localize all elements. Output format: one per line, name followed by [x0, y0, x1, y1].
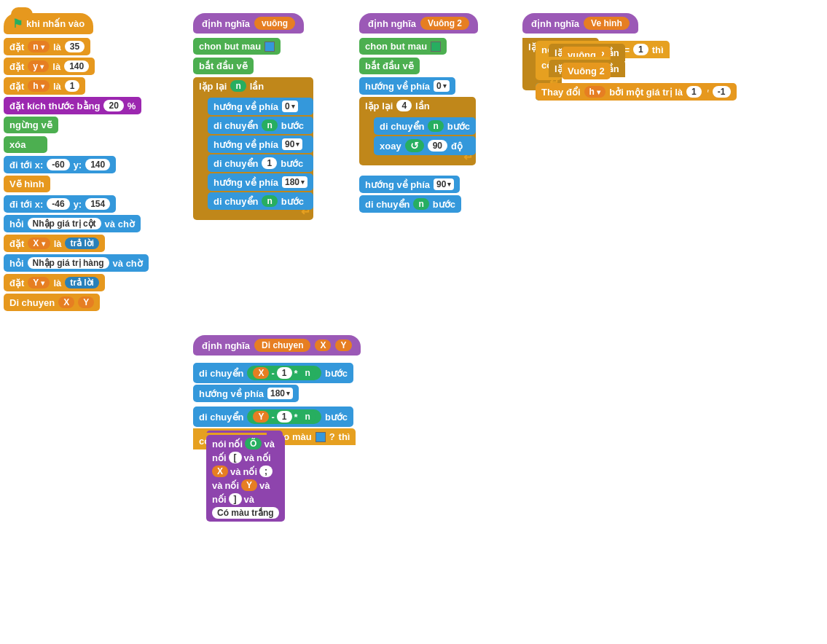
chon-but-mau-1: chon but mau	[193, 38, 281, 55]
noi-trang: nói nối Õ và nối [ và nối X và nối ; và …	[206, 435, 285, 522]
ask-col-block: hỏi Nhập giá trị cột và chờ	[4, 215, 141, 232]
di-chuyen-n-2: di chuyển n bước	[208, 192, 313, 210]
flag-icon: ⚑	[12, 17, 23, 31]
set-X-block: đặt X ▾ là trả lời	[4, 235, 105, 252]
color-swatch-1[interactable]	[264, 42, 275, 52]
def-vuong: định nghĩa vuông	[193, 13, 304, 34]
vuong2-call-2: Vuông 2	[562, 63, 611, 79]
huong-0-2: hướng về phía 0	[359, 77, 455, 95]
def-di-chuyen: định nghĩa Di chuyen X Y	[193, 335, 361, 356]
di-chuyen-expr-2: di chuyển Y - 1 * n bước	[193, 407, 353, 427]
set-n-block: đặt n ▾ là 35	[4, 38, 90, 55]
huong-180-col5: hướng về phía 180	[193, 385, 299, 402]
set-h-block: đặt h ▾ là 1	[4, 77, 85, 95]
di-chuyen-n-4: di chuyển n bước	[359, 195, 461, 213]
huong-180-1: hướng về phía 180	[208, 173, 313, 191]
hat-block-when-flag: ⚑ khi nhấn vào	[4, 13, 93, 34]
def-vuong2: định nghĩa Vuông 2	[359, 13, 478, 34]
go-to-xy-2: đi tới x: -46 y: 154	[4, 195, 116, 213]
lap-lai-n-1: lặp lại n lần	[193, 77, 313, 95]
chon-but-mau-2: chon but mau	[359, 38, 447, 55]
ask-row-block: hỏi Nhập giá trị hàng và chờ	[4, 254, 149, 272]
huong-90-2: hướng về phía 90	[359, 176, 460, 193]
set-Y-block: đặt Y ▾ là trả lời	[4, 274, 105, 291]
set-size-block: đặt kích thước bằng 20 %	[4, 97, 141, 114]
bat-dau-ve-1: bắt đầu vẽ	[193, 58, 254, 74]
xoay-90: xoay ↺ 90 độ	[374, 136, 476, 155]
color-swatch-3[interactable]	[315, 432, 326, 442]
stop-draw-block: ngừng vẽ	[4, 117, 58, 133]
lap-lai-4-1: lặp lại 4 lần	[359, 97, 476, 114]
di-chuyen-call: Di chuyen X Y	[4, 294, 100, 311]
di-chuyen-1-1: di chuyển 1 bước	[208, 154, 313, 172]
go-to-xy-1: đi tới x: -60 y: 140	[4, 156, 116, 173]
di-chuyen-n-1: di chuyển n bước	[208, 117, 313, 134]
huong-0: hướng về phía 0	[208, 98, 313, 115]
ve-hinh-call-1: Vẽ hình	[4, 176, 50, 192]
color-swatch-2[interactable]	[431, 42, 441, 52]
di-chuyen-n-3: di chuyển n bước	[374, 117, 476, 135]
di-chuyen-expr-1: di chuyển X - 1 * n bước	[193, 363, 353, 383]
def-ve-hinh: định nghĩa Ve hinh	[522, 13, 638, 34]
thay-doi-h: Thay đổi h ▾ bởi một giá trị là 1	[536, 83, 708, 101]
set-y-block: đặt y ▾ là 140	[4, 58, 95, 75]
huong-90-1: hướng về phía 90	[208, 136, 313, 153]
bat-dau-ve-2: bắt đầu vẽ	[359, 58, 420, 74]
clear-block: xóa	[4, 136, 47, 153]
